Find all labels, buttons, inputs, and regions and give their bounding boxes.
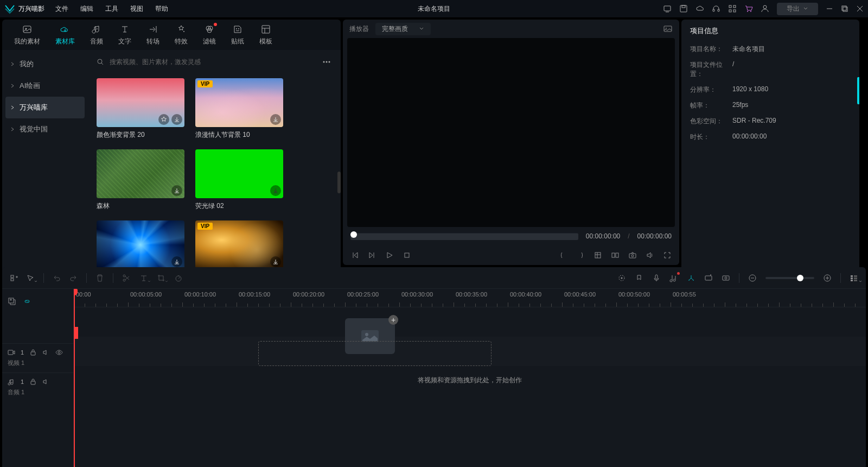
user-icon[interactable] (761, 4, 769, 13)
asset-card[interactable]: VIP 浪漫情人节背景 10 (195, 78, 283, 140)
search-input[interactable] (110, 58, 316, 66)
volume-icon[interactable] (646, 251, 654, 260)
speed-tool-icon[interactable] (174, 274, 183, 282)
sidebar-item-visual-china[interactable]: 视觉中国 (2, 118, 88, 140)
mute-icon[interactable] (42, 349, 50, 356)
menu-edit[interactable]: 编辑 (80, 4, 93, 14)
tab-template[interactable]: 模板 (253, 22, 279, 48)
asset-card[interactable]: 颜色渐变背景 20 (97, 78, 184, 140)
close-button[interactable] (856, 5, 864, 12)
redo-button[interactable] (69, 274, 78, 282)
add-track-icon[interactable] (10, 274, 18, 282)
auto-reframe-icon[interactable] (617, 274, 626, 282)
magnet-icon[interactable] (687, 274, 695, 282)
svg-rect-22 (262, 26, 270, 33)
tab-my-assets[interactable]: 我的素材 (8, 22, 47, 48)
scrollbar[interactable] (337, 172, 341, 193)
visibility-icon[interactable] (55, 349, 63, 356)
tab-text[interactable]: 文字 (112, 22, 138, 48)
apps-icon[interactable] (728, 4, 737, 13)
tab-library[interactable]: 素材库 (49, 22, 81, 48)
sidebar-item-mine[interactable]: 我的 (2, 53, 88, 75)
sidebar-item-ai[interactable]: AI绘画 (2, 75, 88, 97)
app-logo-icon (4, 3, 15, 14)
maximize-button[interactable] (841, 5, 848, 12)
zoom-out-button[interactable] (748, 274, 757, 282)
zoom-slider[interactable] (765, 277, 814, 279)
screenshot-icon[interactable] (628, 251, 637, 260)
timeline-ruler[interactable]: 00:0000:00:05:0000:00:10:0000:00:15:0000… (74, 289, 866, 307)
export-button[interactable]: 导出 (777, 3, 818, 15)
add-media-icon[interactable] (8, 297, 16, 306)
text-tool-icon[interactable] (139, 274, 148, 282)
mark-out-icon[interactable] (576, 251, 585, 260)
timeline-tracks-area[interactable]: 00:0000:00:05:0000:00:10:0000:00:15:0000… (74, 289, 866, 467)
playhead[interactable] (74, 289, 75, 467)
tab-transition[interactable]: 转场 (140, 22, 166, 48)
audio-track-header[interactable]: 1 音频 1 (2, 373, 73, 402)
download-icon[interactable] (270, 114, 281, 125)
view-mode-icon[interactable] (850, 274, 858, 282)
menu-view[interactable]: 视图 (130, 4, 143, 14)
mute-icon[interactable] (42, 378, 50, 386)
crop-tool-icon[interactable] (157, 274, 165, 282)
select-tool-icon[interactable] (26, 274, 35, 282)
info-name: 未命名项目 (732, 45, 765, 54)
audio-sync-icon[interactable] (669, 274, 678, 282)
tab-audio[interactable]: 音频 (84, 22, 110, 48)
track-header-panel: 1 视频 1 1 音频 1 (2, 289, 74, 467)
asset-card[interactable]: VIP (195, 220, 283, 269)
save-icon[interactable] (679, 4, 688, 13)
prev-frame-button[interactable] (350, 251, 359, 260)
download-icon[interactable] (171, 114, 182, 125)
fullscreen-icon[interactable] (663, 251, 672, 260)
more-button[interactable] (321, 56, 332, 67)
link-icon[interactable] (704, 274, 713, 282)
svg-rect-7 (729, 10, 731, 12)
menu-file[interactable]: 文件 (55, 4, 68, 14)
marker-icon[interactable] (635, 274, 643, 282)
headset-icon[interactable] (712, 4, 720, 13)
mark-in-icon[interactable] (559, 251, 567, 260)
minimize-button[interactable] (826, 5, 833, 12)
snapshot-icon[interactable] (663, 24, 673, 34)
compare-icon[interactable] (611, 251, 620, 260)
favorite-icon[interactable] (158, 114, 169, 125)
sidebar-item-wanxing[interactable]: 万兴喵库 (5, 97, 85, 118)
menu-help[interactable]: 帮助 (155, 4, 168, 14)
lock-icon[interactable] (29, 378, 37, 386)
cart-icon[interactable] (744, 4, 753, 13)
device-icon[interactable] (663, 4, 672, 13)
tab-effects[interactable]: 特效 (168, 22, 194, 48)
progress-slider[interactable] (350, 233, 578, 240)
tab-sticker[interactable]: 贴纸 (225, 22, 251, 48)
menu-tool[interactable]: 工具 (105, 4, 118, 14)
svg-rect-50 (851, 280, 853, 281)
lock-icon[interactable] (29, 349, 37, 356)
delete-button[interactable] (95, 274, 104, 282)
play-button[interactable] (385, 251, 394, 260)
asset-label: 荧光绿 02 (195, 201, 283, 211)
crop-icon[interactable] (593, 251, 602, 260)
download-icon[interactable] (270, 185, 281, 196)
stop-button[interactable] (403, 251, 411, 260)
quality-select[interactable]: 完整画质 (375, 23, 431, 35)
adjust-icon[interactable] (722, 274, 730, 282)
download-icon[interactable] (171, 185, 182, 196)
zoom-in-button[interactable] (823, 274, 832, 282)
asset-card[interactable]: 荧光绿 02 (195, 149, 283, 211)
video-track-header[interactable]: 1 视频 1 (2, 343, 73, 373)
voiceover-icon[interactable] (652, 274, 661, 282)
cloud-icon[interactable] (695, 4, 704, 13)
asset-card[interactable]: 森林 (97, 149, 184, 211)
info-duration: 00:00:00:00 (732, 132, 767, 142)
timeline: 1 视频 1 1 音频 1 00:0000:00:05 (2, 267, 866, 467)
next-frame-button[interactable] (368, 251, 376, 260)
link-toggle-icon[interactable] (23, 297, 31, 306)
asset-card[interactable] (97, 220, 184, 269)
player-viewport[interactable] (347, 38, 675, 227)
undo-button[interactable] (53, 274, 61, 282)
split-button[interactable] (122, 274, 131, 282)
tab-filter[interactable]: 滤镜 (196, 22, 222, 48)
drop-zone[interactable] (258, 341, 492, 366)
